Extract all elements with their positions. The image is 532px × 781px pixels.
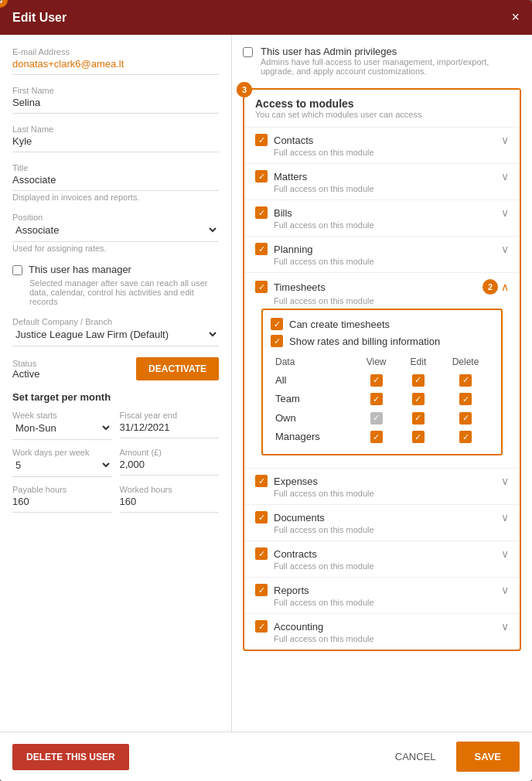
contacts-chevron-icon[interactable]: ∨: [501, 134, 509, 146]
workdays-amount-row: Work days per week 5 Amount (£) 2,000: [12, 448, 219, 477]
week-starts-select[interactable]: Mon-Sun: [12, 421, 112, 440]
module-accounting-header: ✓ Accounting ∨: [255, 620, 509, 633]
module-expenses: ✓ Expenses ∨ Full access on this module: [244, 468, 520, 504]
table-row: Managers ✓ ✓ ✓: [271, 428, 493, 447]
amount-value: 2,000: [120, 459, 220, 476]
all-delete-checkbox[interactable]: ✓: [459, 374, 472, 387]
planning-checkbox[interactable]: ✓: [255, 243, 268, 255]
cancel-button[interactable]: CANCEL: [383, 745, 448, 769]
row-own-label: Own: [271, 408, 354, 428]
own-delete-checkbox[interactable]: ✓: [459, 412, 472, 425]
own-view-checkbox[interactable]: ✓: [370, 412, 383, 425]
manager-checkbox[interactable]: [12, 265, 22, 275]
company-dropdown[interactable]: Justice League Law Firm (Default): [12, 328, 219, 341]
matters-chevron-icon[interactable]: ∨: [501, 170, 509, 182]
managers-edit-checkbox[interactable]: ✓: [412, 431, 425, 443]
module-contacts-header: ✓ Contacts ∨: [255, 134, 509, 146]
position-dropdown[interactable]: Associate: [12, 223, 219, 237]
position-label: Position: [12, 213, 219, 222]
contracts-chevron-icon[interactable]: ∨: [501, 547, 509, 560]
admin-checkbox[interactable]: [243, 47, 253, 57]
timesheets-name: Timesheets: [274, 281, 326, 293]
accounting-checkbox[interactable]: ✓: [255, 620, 268, 633]
contacts-name: Contacts: [274, 135, 313, 146]
reports-name: Reports: [274, 585, 309, 596]
all-view-checkbox[interactable]: ✓: [370, 374, 383, 387]
module-bills-left: ✓ Bills: [255, 206, 292, 219]
team-delete-checkbox[interactable]: ✓: [459, 393, 472, 405]
manager-checkbox-row: This user has manager: [12, 264, 219, 275]
work-days-select[interactable]: 5: [12, 459, 112, 477]
accounting-chevron-icon[interactable]: ∨: [501, 620, 509, 633]
right-panel: This user has Admin privileges Admins ha…: [232, 35, 532, 732]
team-view-checkbox[interactable]: ✓: [370, 393, 383, 405]
footer-right: CANCEL 4 SAVE: [383, 742, 520, 772]
accounting-hint: Full access on this module: [274, 634, 509, 643]
contacts-hint: Full access on this module: [274, 148, 509, 157]
show-rates-label: Show rates and billing information: [289, 336, 440, 347]
module-documents-left: ✓ Documents: [255, 511, 325, 524]
contacts-checkbox[interactable]: ✓: [255, 134, 268, 146]
team-edit-checkbox[interactable]: ✓: [412, 393, 425, 405]
target-section: Set target per month Week starts Mon-Sun…: [12, 391, 219, 513]
save-button[interactable]: SAVE: [458, 743, 518, 770]
bills-checkbox[interactable]: ✓: [255, 206, 268, 219]
manager-group: This user has manager Selected manager a…: [12, 264, 219, 306]
last-name-label: Last Name: [12, 124, 219, 134]
modal-header: Edit User ×: [0, 0, 532, 35]
managers-view-checkbox[interactable]: ✓: [370, 431, 383, 443]
work-days-dropdown[interactable]: 5: [12, 459, 112, 472]
can-create-checkbox[interactable]: ✓: [271, 318, 283, 330]
contracts-hint: Full access on this module: [274, 561, 509, 571]
timesheets-checkbox[interactable]: ✓: [255, 281, 268, 293]
documents-checkbox[interactable]: ✓: [255, 511, 268, 524]
position-hint: Used for assigning rates.: [12, 244, 219, 253]
module-contracts-left: ✓ Contracts: [255, 547, 317, 560]
week-starts-dropdown[interactable]: Mon-Sun: [12, 421, 112, 435]
timesheets-chevron-icon[interactable]: ∧: [501, 281, 509, 293]
module-timesheets-left: ✓ Timesheets: [255, 281, 326, 293]
module-bills: ✓ Bills ∨ Full access on this module: [244, 200, 520, 236]
email-label: E-mail Address: [12, 47, 219, 56]
position-group: Position Associate Used for assigning ra…: [12, 213, 219, 253]
bills-chevron-icon[interactable]: ∨: [501, 206, 509, 219]
all-edit-checkbox[interactable]: ✓: [412, 374, 425, 387]
reports-hint: Full access on this module: [274, 598, 509, 607]
planning-chevron-icon[interactable]: ∨: [501, 243, 509, 255]
position-select[interactable]: Associate: [12, 223, 219, 242]
access-title: Access to modules: [255, 97, 509, 110]
view-col-header: View: [354, 353, 399, 370]
expenses-hint: Full access on this module: [274, 489, 509, 498]
admin-title: This user has Admin privileges: [261, 46, 521, 57]
module-matters-left: ✓ Matters: [255, 170, 307, 182]
first-name-group: First Name Selina: [12, 86, 219, 114]
show-rates-checkbox[interactable]: ✓: [271, 335, 283, 347]
expenses-checkbox[interactable]: ✓: [255, 475, 268, 487]
close-icon[interactable]: ×: [511, 9, 520, 26]
matters-checkbox[interactable]: ✓: [255, 170, 268, 182]
managers-delete-checkbox[interactable]: ✓: [459, 431, 472, 443]
can-create-row: ✓ Can create timesheets: [271, 318, 493, 330]
own-edit-checkbox[interactable]: ✓: [412, 412, 425, 425]
modal-footer: DELETE THIS USER CANCEL 4 SAVE: [0, 732, 532, 781]
expenses-chevron-icon[interactable]: ∨: [501, 475, 509, 487]
show-rates-row: ✓ Show rates and billing information: [271, 335, 493, 347]
contracts-checkbox[interactable]: ✓: [255, 547, 268, 560]
title-group: Title Associate Displayed in invoices an…: [12, 163, 219, 202]
deactivate-button[interactable]: DEACTIVATE: [136, 357, 219, 380]
reports-chevron-icon[interactable]: ∨: [501, 584, 509, 596]
work-days-group: Work days per week 5: [12, 448, 112, 477]
documents-chevron-icon[interactable]: ∨: [501, 511, 509, 524]
table-row: All ✓ ✓ ✓: [271, 370, 493, 390]
module-planning-left: ✓ Planning: [255, 243, 313, 255]
reports-checkbox[interactable]: ✓: [255, 584, 268, 596]
delete-user-button[interactable]: DELETE THIS USER: [12, 744, 129, 770]
company-select[interactable]: Justice League Law Firm (Default): [12, 328, 219, 346]
module-documents: ✓ Documents ∨ Full access on this module: [244, 504, 520, 541]
module-bills-header: ✓ Bills ∨: [255, 206, 509, 219]
manager-hint: Selected manager after save can reach al…: [29, 278, 219, 306]
access-modules-section: 1 Access to modules You can set which mo…: [243, 88, 521, 651]
worked-hours-label: Worked hours: [120, 485, 220, 494]
row-team-label: Team: [271, 390, 354, 409]
email-group: E-mail Address donatas+clark6@amea.lt: [12, 47, 219, 75]
